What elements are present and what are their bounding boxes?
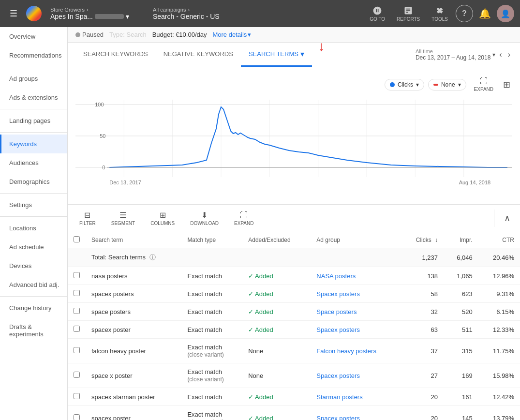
ad-group-link[interactable]: Starman posters (316, 393, 362, 401)
total-checkbox-cell (68, 248, 86, 267)
ad-group-link[interactable]: Space posters (316, 308, 357, 315)
row-checkbox-cell[interactable] (68, 321, 86, 339)
chart-expand-button[interactable]: ⛶ EXPAND (470, 75, 497, 94)
row-checkbox-cell[interactable] (68, 406, 86, 420)
cell-ad-group[interactable]: Spacex posters (311, 321, 401, 339)
goto-button[interactable]: GO TO (366, 4, 389, 24)
cell-search-term: space posters (86, 303, 181, 321)
sidebar-item-change-history[interactable]: Change history (0, 299, 67, 317)
row-checkbox[interactable] (74, 347, 80, 353)
chart-settings-button[interactable]: ⊞ (501, 77, 512, 92)
sidebar-item-demographics[interactable]: Demographics (0, 172, 67, 191)
sidebar-item-overview[interactable]: Overview (0, 27, 67, 46)
row-checkbox-cell[interactable] (68, 285, 86, 303)
none-dot (433, 84, 438, 86)
nav-divider (141, 5, 141, 22)
sidebar-item-keywords[interactable]: Keywords (0, 135, 67, 153)
row-checkbox-cell[interactable] (68, 303, 86, 321)
table-row: falcon heavy posterExact match(close var… (68, 339, 520, 363)
select-all-checkbox[interactable] (74, 236, 80, 242)
segment-icon: ☰ (119, 210, 126, 220)
tab-search-keywords[interactable]: SEARCH KEYWORDS (75, 44, 156, 66)
sidebar-item-recommendations[interactable]: Recommendations (0, 46, 67, 65)
cell-ad-group[interactable]: NASA posters (311, 267, 401, 285)
th-clicks[interactable]: Clicks ↓ (401, 232, 444, 248)
columns-icon: ⊞ (160, 210, 166, 220)
total-label: Total: Search terms ⓘ (86, 248, 181, 267)
campaign-selector[interactable]: All campaigns › Search - Generic - US (149, 7, 223, 20)
download-button[interactable]: ⬇ DOWNLOAD (186, 209, 223, 228)
more-details-button[interactable]: More details ▾ (212, 31, 251, 38)
prev-date-arrow[interactable]: ‹ (497, 48, 504, 61)
sidebar-item-ad-groups[interactable]: Ad groups (0, 69, 67, 88)
next-date-arrow[interactable]: › (506, 48, 512, 61)
ad-group-link[interactable]: Spacex posters (316, 290, 360, 298)
account-selector[interactable]: Store Growers › Apes In Spa... ▾ (46, 7, 133, 20)
ad-group-link[interactable]: Falcon heavy posters (316, 347, 376, 355)
clicks-metric-pill[interactable]: Clicks ▾ (385, 79, 424, 90)
cell-impr: 1,065 (444, 267, 478, 285)
date-range-selector[interactable]: All time Dec 13, 2017 – Aug 14, 2018 ▾ ‹… (416, 48, 512, 61)
campaign-name: Search - Generic - US (153, 13, 220, 20)
th-added-excluded: Added/Excluded (242, 232, 311, 248)
row-checkbox-cell[interactable] (68, 267, 86, 285)
user-avatar[interactable]: 👤 (497, 5, 514, 22)
ad-group-link[interactable]: Spacex posters (316, 326, 360, 333)
ad-group-link[interactable]: Spacex posters (316, 372, 360, 379)
cell-added-excluded: ✓ Added (242, 388, 311, 406)
row-checkbox[interactable] (74, 372, 80, 378)
row-checkbox[interactable] (74, 393, 80, 399)
sidebar-item-audiences[interactable]: Audiences (0, 153, 67, 172)
row-checkbox-cell[interactable] (68, 388, 86, 406)
notifications-bell[interactable]: 🔔 (477, 6, 493, 21)
ad-group-link[interactable]: Spacex posters (316, 415, 360, 420)
reports-button[interactable]: REPORTS (393, 4, 424, 24)
sidebar-item-ads---extensions[interactable]: Ads & extensions (0, 88, 67, 107)
cell-added-excluded: ✓ Added (242, 406, 311, 420)
columns-button[interactable]: ⊞ COLUMNS (147, 209, 178, 228)
sidebar-item-ad-schedule[interactable]: Ad schedule (0, 238, 67, 256)
row-checkbox[interactable] (74, 326, 80, 332)
sidebar-item-landing-pages[interactable]: Landing pages (0, 111, 67, 130)
row-checkbox-cell[interactable] (68, 363, 86, 388)
row-checkbox[interactable] (74, 414, 80, 420)
sidebar-item-locations[interactable]: Locations (0, 219, 67, 238)
sidebar-item-devices[interactable]: Devices (0, 256, 67, 275)
cell-ad-group[interactable]: Starman posters (311, 388, 401, 406)
sidebar-item-settings[interactable]: Settings (0, 195, 67, 214)
row-checkbox-cell[interactable] (68, 339, 86, 363)
row-checkbox[interactable] (74, 290, 80, 296)
th-ctr[interactable]: CTR (478, 232, 520, 248)
tools-button[interactable]: TOOLS (428, 4, 452, 24)
th-impr[interactable]: Impr. (444, 232, 478, 248)
cell-ad-group[interactable]: Spacex posters (311, 363, 401, 388)
tabs-area: ↓ SEARCH KEYWORDS NEGATIVE KEYWORDS SEAR… (68, 43, 520, 67)
cell-ad-group[interactable]: Spacex posters (311, 285, 401, 303)
table-expand-button[interactable]: ⛶ EXPAND (230, 209, 257, 228)
cell-ad-group[interactable]: Space posters (311, 303, 401, 321)
tab-search-terms[interactable]: SEARCH TERMS ▾ (241, 43, 312, 67)
added-check: ✓ Added (248, 415, 305, 420)
row-checkbox[interactable] (74, 272, 80, 278)
chart-controls: Clicks ▾ None ▾ ⛶ EXPAND ⊞ (75, 75, 512, 94)
segment-button[interactable]: ☰ SEGMENT (107, 209, 139, 228)
hamburger-icon[interactable]: ☰ (6, 4, 21, 23)
help-button[interactable]: ? (456, 5, 473, 22)
filter-button[interactable]: ⊟ FILTER (75, 209, 100, 228)
cell-added-excluded: ✓ Added (242, 321, 311, 339)
ad-group-link[interactable]: NASA posters (316, 272, 356, 280)
sidebar-item-advanced-bid-adj-[interactable]: Advanced bid adj. (0, 275, 67, 294)
cell-clicks: 20 (401, 406, 444, 420)
sidebar-item-drafts---experiments[interactable]: Drafts & experiments (0, 317, 67, 344)
status-dot (75, 32, 80, 37)
cell-ad-group[interactable]: Spacex posters (311, 406, 401, 420)
none-metric-pill[interactable]: None ▾ (428, 79, 466, 90)
svg-text:Dec 13, 2017: Dec 13, 2017 (109, 180, 141, 185)
select-all-header[interactable] (68, 232, 86, 248)
cell-ad-group[interactable]: Falcon heavy posters (311, 339, 401, 363)
table-collapse-button[interactable]: ∧ (502, 211, 512, 225)
controls-divider (494, 210, 494, 227)
row-checkbox[interactable] (74, 308, 80, 314)
tab-negative-keywords[interactable]: NEGATIVE KEYWORDS (156, 44, 241, 66)
cell-impr: 511 (444, 321, 478, 339)
